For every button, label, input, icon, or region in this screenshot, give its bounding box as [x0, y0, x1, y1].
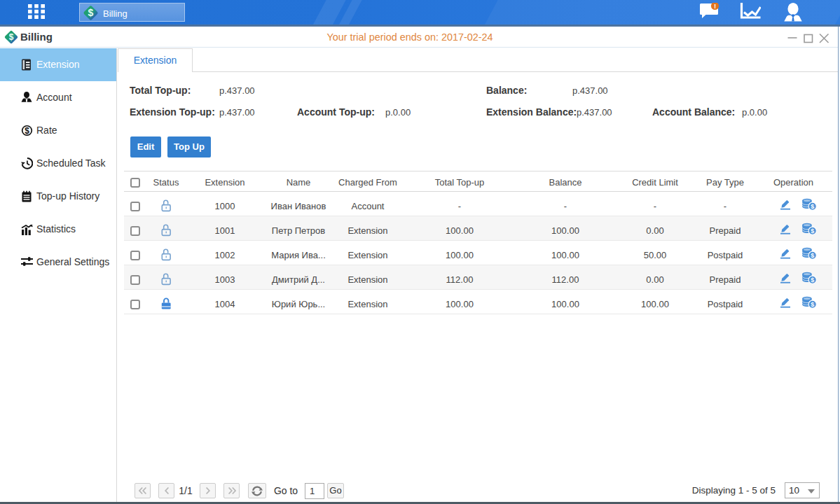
- svg-text:!: !: [714, 3, 716, 10]
- svg-text:$: $: [25, 126, 29, 136]
- svg-text:$: $: [811, 203, 814, 210]
- svg-text:$: $: [811, 227, 814, 234]
- svg-text:$: $: [811, 276, 814, 284]
- svg-text:$: $: [811, 252, 814, 259]
- svg-text:$: $: [811, 301, 814, 308]
- svg-text:$: $: [88, 7, 94, 18]
